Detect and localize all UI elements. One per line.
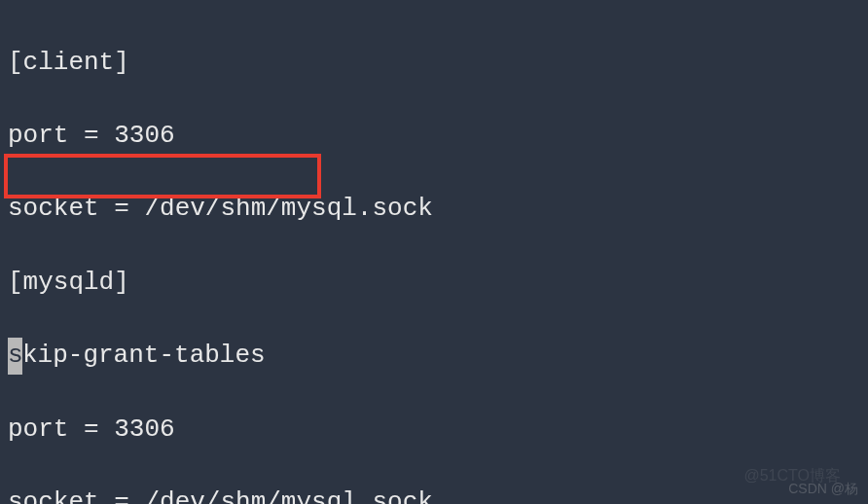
config-line-skip-grant-tables: skip-grant-tables: [8, 338, 860, 375]
config-line-mysqld-section: [mysqld]: [8, 265, 860, 302]
config-line-client-port: port = 3306: [8, 118, 860, 155]
config-line-client-socket: socket = /dev/shm/mysql.sock: [8, 191, 860, 228]
text-cursor: s: [8, 338, 22, 375]
config-line-mysqld-port: port = 3306: [8, 412, 860, 449]
config-line-client-section: [client]: [8, 45, 860, 82]
config-line-mysqld-socket: socket = /dev/shm/mysql.sock: [8, 485, 860, 504]
terminal-editor[interactable]: [client] port = 3306 socket = /dev/shm/m…: [8, 8, 860, 504]
config-text: kip-grant-tables: [22, 341, 266, 370]
watermark-text-1: CSDN @杨: [788, 479, 858, 498]
